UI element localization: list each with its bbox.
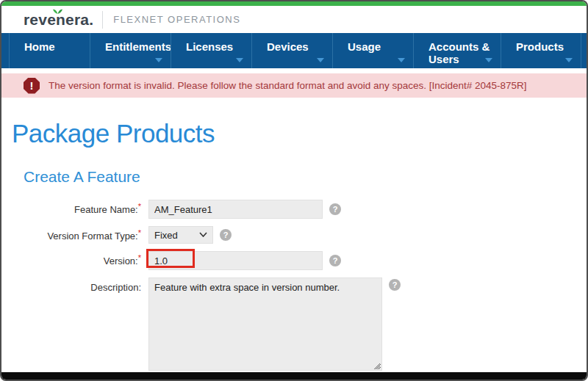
spacer bbox=[1, 68, 587, 73]
version-row: Version:* ? bbox=[1, 251, 587, 270]
nav-item-accounts-users[interactable]: Accounts & Users bbox=[413, 33, 501, 68]
revenera-leaf-icon bbox=[53, 8, 62, 14]
feature-name-row: Feature Name:* ? bbox=[1, 200, 587, 219]
page-title: Package Products bbox=[12, 119, 587, 148]
chevron-down-icon bbox=[485, 58, 492, 62]
product-name: FLEXNET OPERATIONS bbox=[113, 14, 240, 25]
error-message: The version format is invalid. Please fo… bbox=[49, 80, 527, 91]
chevron-down-icon bbox=[565, 58, 573, 62]
nav-item-devices[interactable]: Devices bbox=[251, 33, 332, 68]
feature-name-label: Feature Name:* bbox=[1, 200, 141, 215]
select-chevron-icon bbox=[199, 232, 207, 237]
required-marker: * bbox=[138, 228, 141, 237]
chevron-down-icon bbox=[236, 58, 243, 62]
help-icon[interactable]: ? bbox=[389, 279, 401, 291]
revenera-logo: revenera. bbox=[24, 11, 93, 29]
version-control bbox=[148, 251, 323, 270]
description-row: Description: Feature with extra space in… bbox=[1, 277, 587, 374]
section-title: Create A Feature bbox=[24, 168, 587, 186]
feature-name-input[interactable] bbox=[148, 200, 323, 219]
nav-item-label: Devices bbox=[267, 40, 309, 53]
nav-item-entitlements[interactable]: Entitlements bbox=[90, 33, 171, 68]
version-label: Version:* bbox=[1, 251, 141, 266]
description-textarea[interactable]: Feature with extra space in version numb… bbox=[148, 277, 382, 371]
label-text: Feature Name: bbox=[74, 204, 138, 215]
selected-option: Fixed bbox=[154, 230, 178, 241]
create-feature-form: Feature Name:* ? Version Format Type:* F… bbox=[1, 200, 587, 374]
description-control: Feature with extra space in version numb… bbox=[148, 277, 382, 374]
screenshot-frame: revenera. FLEXNET OPERATIONS Home Entitl… bbox=[0, 0, 588, 381]
nav-item-label: Licenses bbox=[186, 40, 233, 53]
nav-item-label: Entitlements bbox=[105, 40, 171, 53]
chevron-down-icon bbox=[398, 58, 405, 62]
label-text: Version Format Type: bbox=[47, 231, 137, 242]
label-text: Description: bbox=[90, 282, 141, 293]
description-label: Description: bbox=[1, 277, 141, 293]
bottom-edge-bar bbox=[1, 372, 587, 380]
required-marker: * bbox=[138, 253, 141, 262]
main-nav: Home Entitlements Licenses Devices Usage… bbox=[1, 33, 587, 68]
version-input[interactable] bbox=[148, 251, 323, 270]
version-format-control: Fixed bbox=[148, 226, 213, 244]
brand-divider bbox=[102, 11, 103, 29]
nav-item-licenses[interactable]: Licenses bbox=[171, 33, 251, 68]
label-text: Version: bbox=[104, 255, 138, 266]
nav-item-usage[interactable]: Usage bbox=[332, 33, 413, 68]
error-octagon-icon: ! bbox=[24, 78, 40, 94]
feature-name-control bbox=[148, 200, 323, 219]
required-marker: * bbox=[138, 202, 141, 211]
nav-item-label: Accounts & Users bbox=[429, 40, 490, 65]
error-banner: ! The version format is invalid. Please … bbox=[1, 73, 587, 98]
nav-item-label: Home bbox=[24, 40, 55, 53]
chevron-down-icon bbox=[155, 58, 162, 62]
help-icon[interactable]: ? bbox=[329, 203, 341, 215]
nav-item-label: Products bbox=[516, 40, 564, 53]
help-icon[interactable]: ? bbox=[220, 229, 232, 241]
help-icon[interactable]: ? bbox=[329, 255, 341, 266]
nav-item-label: Usage bbox=[348, 40, 381, 53]
chevron-down-icon bbox=[317, 58, 324, 62]
version-format-select[interactable]: Fixed bbox=[148, 226, 213, 244]
brand-bar: revenera. FLEXNET OPERATIONS bbox=[1, 6, 587, 33]
version-format-row: Version Format Type:* Fixed ? bbox=[1, 226, 587, 244]
nav-item-home[interactable]: Home bbox=[9, 33, 90, 68]
nav-item-products[interactable]: Products bbox=[501, 33, 581, 68]
version-format-label: Version Format Type:* bbox=[1, 226, 141, 242]
